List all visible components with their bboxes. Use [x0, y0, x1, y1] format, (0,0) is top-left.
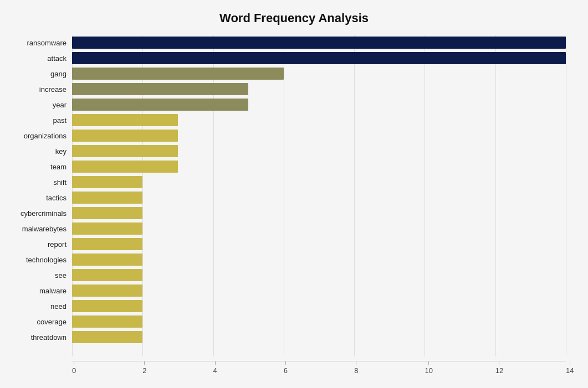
bar-fill — [72, 238, 142, 250]
bar-row: team — [72, 159, 566, 174]
x-tick: 2 — [142, 361, 146, 375]
bar-row: increase — [72, 82, 566, 96]
x-axis: 02468101214 — [72, 361, 566, 383]
bar-track — [72, 299, 566, 313]
bar-row: threatdown — [72, 330, 566, 344]
x-tick-line — [74, 361, 74, 365]
x-tick-line — [428, 361, 429, 365]
bar-track — [72, 175, 566, 189]
x-tick-label: 4 — [213, 366, 217, 375]
bar-track — [72, 51, 566, 65]
bar-track — [72, 128, 566, 143]
x-tick-label: 2 — [142, 366, 146, 375]
bar-row: coverage — [72, 314, 566, 329]
bar-label: attack — [6, 54, 72, 63]
bar-label: malwarebytes — [6, 225, 72, 233]
x-tick-line — [215, 361, 216, 365]
bar-row: technologies — [72, 252, 566, 267]
chart-title: Word Frequency Analysis — [22, 11, 566, 25]
x-tick-line — [570, 361, 570, 365]
bar-track — [72, 159, 566, 174]
bar-fill — [72, 223, 142, 235]
bar-row: malwarebytes — [72, 221, 566, 236]
bar-track — [72, 283, 566, 298]
bar-label: team — [6, 163, 72, 171]
x-tick-line — [285, 361, 286, 365]
x-tick: 0 — [72, 361, 76, 375]
bar-fill — [72, 114, 178, 126]
bar-track — [72, 113, 566, 127]
bar-fill — [72, 52, 566, 64]
x-tick-label: 10 — [425, 366, 432, 375]
bar-label: gang — [6, 70, 72, 78]
bar-label: organizations — [6, 132, 72, 140]
bar-row: report — [72, 237, 566, 251]
bar-fill — [72, 254, 142, 266]
bar-row: need — [72, 299, 566, 313]
x-tick: 10 — [425, 361, 432, 375]
bar-fill — [72, 37, 566, 49]
x-tick-line — [144, 361, 145, 365]
bar-label: key — [6, 147, 72, 156]
bar-row: attack — [72, 51, 566, 65]
bar-label: year — [6, 101, 72, 109]
bar-fill — [72, 130, 178, 142]
bar-row: key — [72, 144, 566, 158]
bar-fill — [72, 68, 284, 80]
bar-track — [72, 268, 566, 282]
bar-label: need — [6, 302, 72, 311]
x-tick-label: 6 — [284, 366, 288, 375]
bar-fill — [72, 83, 248, 95]
bar-row: malware — [72, 283, 566, 298]
x-tick-line — [356, 361, 356, 365]
bar-label: increase — [6, 85, 72, 94]
bar-row: gang — [72, 66, 566, 81]
bar-label: malware — [6, 287, 72, 295]
bar-label: see — [6, 271, 72, 280]
x-tick: 6 — [284, 361, 288, 375]
x-tick-label: 8 — [354, 366, 358, 375]
bar-row: shift — [72, 175, 566, 189]
bar-fill — [72, 207, 142, 219]
grid-line — [566, 35, 566, 356]
x-tick-label: 12 — [495, 366, 503, 375]
bar-label: threatdown — [6, 333, 72, 342]
bar-label: past — [6, 116, 72, 125]
bar-row: organizations — [72, 128, 566, 143]
bar-fill — [72, 284, 142, 297]
bar-track — [72, 314, 566, 329]
bar-fill — [72, 269, 142, 281]
x-tick: 14 — [566, 361, 574, 375]
bar-label: technologies — [6, 256, 72, 264]
x-tick: 12 — [495, 361, 503, 375]
bar-track — [72, 206, 566, 220]
chart-container: Word Frequency Analysis ransomwareattack… — [0, 0, 588, 388]
bar-fill — [72, 161, 178, 173]
bar-row: tactics — [72, 190, 566, 205]
bar-track — [72, 221, 566, 236]
bar-fill — [72, 331, 142, 343]
bar-label: shift — [6, 178, 72, 187]
bar-label: tactics — [6, 194, 72, 202]
bar-track — [72, 97, 566, 112]
bar-fill — [72, 176, 142, 188]
bar-row: year — [72, 97, 566, 112]
bar-fill — [72, 300, 142, 312]
bar-track — [72, 330, 566, 344]
x-tick-label: 14 — [566, 366, 574, 375]
bar-label: coverage — [6, 318, 72, 326]
bar-row: past — [72, 113, 566, 127]
bar-track — [72, 252, 566, 267]
x-tick-line — [499, 361, 499, 365]
bar-row: ransomware — [72, 35, 566, 50]
x-tick: 4 — [213, 361, 217, 375]
bar-track — [72, 237, 566, 251]
bar-row: see — [72, 268, 566, 282]
bar-label: ransomware — [6, 39, 72, 47]
bar-fill — [72, 145, 178, 157]
bar-fill — [72, 315, 142, 328]
bars-container: ransomwareattackgangincreaseyearpastorga… — [72, 35, 566, 344]
bar-label: report — [6, 240, 72, 249]
bar-track — [72, 144, 566, 158]
bar-fill — [72, 192, 142, 204]
